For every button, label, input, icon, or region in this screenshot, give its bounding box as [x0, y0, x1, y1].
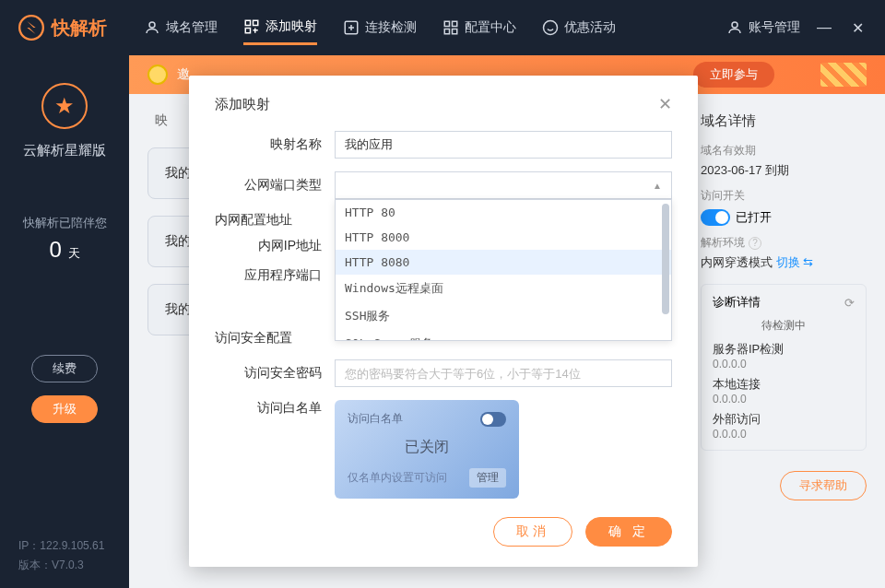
- join-button[interactable]: 立即参与: [693, 62, 774, 88]
- user-icon: [144, 19, 160, 36]
- password-input[interactable]: [335, 359, 672, 387]
- tab-mapping[interactable]: 映: [155, 112, 168, 129]
- svg-rect-2: [245, 20, 250, 25]
- env-mode: 内网穿透模式: [701, 255, 773, 269]
- brand-text: 快解析: [52, 16, 107, 41]
- whitelist-toggle[interactable]: [480, 412, 506, 427]
- valid-value: 2023-06-17 到期: [701, 162, 867, 179]
- whitelist-card-title: 访问白名单: [348, 411, 403, 427]
- valid-label: 域名有效期: [701, 143, 867, 159]
- help-icon[interactable]: ?: [749, 237, 761, 250]
- svg-rect-6: [444, 21, 449, 26]
- svg-rect-8: [444, 29, 449, 34]
- mapping-name-label: 映射名称: [215, 136, 335, 153]
- chevron-up-icon: ▲: [653, 181, 662, 191]
- port-type-dropdown: HTTP 80 HTTP 8000 HTTP 8080 Windows远程桌面 …: [335, 199, 672, 341]
- server-ip-label: 服务器IP检测: [713, 341, 855, 358]
- svg-point-10: [544, 21, 558, 35]
- edition-badge-icon: ★: [41, 83, 88, 129]
- sidebar: ★ 云解析星耀版 快解析已陪伴您 0 天 续费 升级 IP：122.9.105.…: [0, 55, 129, 588]
- mapping-name-input[interactable]: [335, 131, 672, 159]
- refresh-icon[interactable]: ⟳: [844, 296, 855, 310]
- server-ip-value: 0.0.0.0: [713, 358, 855, 370]
- modal-close-icon[interactable]: ✕: [658, 94, 672, 114]
- local-conn-label: 本地连接: [713, 376, 855, 393]
- access-toggle[interactable]: [701, 209, 730, 226]
- port-option-ssh[interactable]: SSH服务: [336, 302, 671, 330]
- nav-promo[interactable]: 优惠活动: [542, 11, 616, 45]
- diagnosis-box: 诊断详情 ⟳ 待检测中 服务器IP检测 0.0.0.0 本地连接 0.0.0.0…: [701, 284, 867, 451]
- whitelist-status: 已关闭: [348, 438, 506, 457]
- whitelist-manage-button[interactable]: 管理: [469, 468, 506, 488]
- minimize-button[interactable]: —: [815, 19, 833, 36]
- whitelist-hint: 仅名单内设置可访问: [348, 470, 447, 486]
- titlebar: 快解析 域名管理 添加映射 连接检测 配置中心 优惠活动 账号管理 — ✕: [0, 0, 885, 55]
- sidebar-info: IP：122.9.105.61 版本：V7.0.3: [18, 535, 104, 573]
- port-type-select[interactable]: ▲: [335, 171, 672, 199]
- smile-icon: [542, 19, 559, 36]
- port-type-label: 公网端口类型: [215, 177, 335, 194]
- upgrade-button[interactable]: 升级: [31, 395, 98, 423]
- env-label: 解析环境: [701, 235, 745, 251]
- svg-rect-4: [245, 28, 250, 32]
- confirm-button[interactable]: 确 定: [585, 517, 672, 547]
- nav-domain-mgmt[interactable]: 域名管理: [144, 11, 218, 45]
- svg-rect-7: [453, 21, 457, 26]
- domain-detail-panel: 域名详情 域名有效期 2023-06-17 到期 访问开关 已打开 解析环境 ?…: [701, 112, 867, 500]
- whitelist-card: 访问白名单 已关闭 仅名单内设置可访问 管理: [335, 400, 519, 499]
- nav-connect-test[interactable]: 连接检测: [343, 11, 417, 45]
- diag-title: 诊断详情: [713, 294, 761, 311]
- access-status: 已打开: [736, 209, 772, 226]
- plus-box-icon: [343, 19, 360, 36]
- seek-help-button[interactable]: 寻求帮助: [780, 471, 867, 500]
- svg-rect-9: [453, 29, 457, 34]
- svg-point-1: [149, 22, 155, 28]
- svg-point-11: [732, 22, 738, 28]
- port-option-http-8080[interactable]: HTTP 8080: [336, 250, 671, 275]
- dropdown-scrollbar[interactable]: [662, 204, 669, 314]
- panel-title: 域名详情: [701, 112, 867, 130]
- port-option-sql[interactable]: SQL Serve服务: [336, 330, 671, 341]
- switch-mode-link[interactable]: 切换 ⇆: [776, 255, 814, 269]
- port-option-http-80[interactable]: HTTP 80: [336, 200, 671, 225]
- nav-config-center[interactable]: 配置中心: [442, 11, 516, 45]
- renew-button[interactable]: 续费: [31, 355, 98, 382]
- add-mapping-modal: 添加映射 ✕ 映射名称 公网端口类型 ▲ HTTP 80 HTTP 8000 H…: [189, 76, 698, 567]
- svg-point-0: [19, 16, 43, 40]
- port-option-rdp[interactable]: Windows远程桌面: [336, 275, 671, 302]
- modal-title: 添加映射: [215, 96, 270, 113]
- days-counter: 0 天: [9, 237, 120, 263]
- gift-icon: [820, 63, 867, 87]
- grid-icon: [442, 19, 459, 36]
- edition-name: 云解析星耀版: [9, 142, 120, 159]
- whitelist-label: 访问白名单: [215, 400, 335, 417]
- svg-rect-3: [254, 20, 258, 25]
- account-menu[interactable]: 账号管理: [726, 19, 800, 36]
- port-option-http-8000[interactable]: HTTP 8000: [336, 225, 671, 250]
- grid-plus-icon: [243, 18, 260, 35]
- app-logo: 快解析: [18, 15, 107, 41]
- diag-status: 待检测中: [713, 318, 855, 334]
- ext-access-value: 0.0.0.0: [713, 428, 855, 441]
- access-switch-label: 访问开关: [701, 188, 867, 204]
- banner-text: 邀: [177, 66, 190, 83]
- close-button[interactable]: ✕: [848, 19, 867, 37]
- password-label: 访问安全密码: [215, 365, 335, 382]
- top-nav: 域名管理 添加映射 连接检测 配置中心 优惠活动: [144, 11, 616, 45]
- app-logo-icon: [18, 15, 44, 41]
- ext-access-label: 外部访问: [713, 411, 855, 428]
- cancel-button[interactable]: 取消: [493, 517, 572, 547]
- local-conn-value: 0.0.0.0: [713, 393, 855, 406]
- nav-add-mapping[interactable]: 添加映射: [243, 11, 317, 45]
- coin-icon: [148, 65, 168, 85]
- companion-text: 快解析已陪伴您: [9, 215, 120, 231]
- user-icon: [726, 19, 743, 36]
